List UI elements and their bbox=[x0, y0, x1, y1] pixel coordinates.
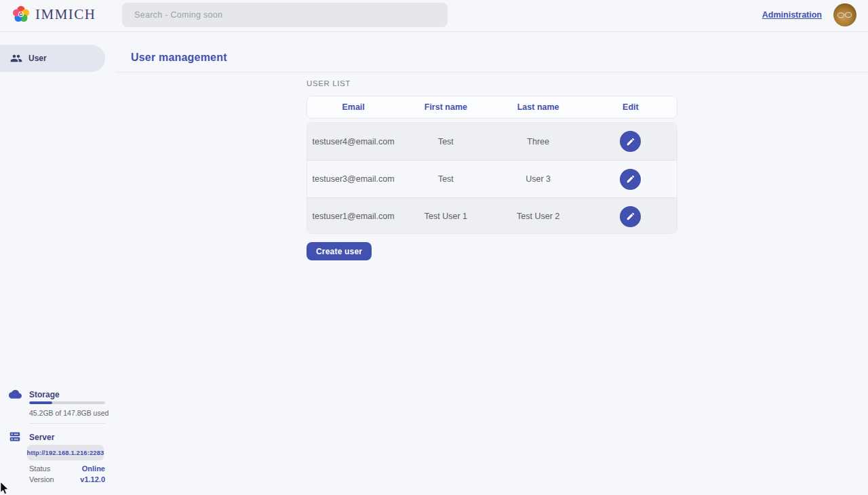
cell-last-name: User 3 bbox=[492, 174, 585, 184]
cell-first-name: Test User 1 bbox=[399, 212, 492, 221]
status-label: Status bbox=[29, 464, 50, 473]
column-header-first-name: First name bbox=[399, 102, 492, 112]
user-list-label: USER LIST bbox=[307, 79, 351, 87]
edit-user-button[interactable] bbox=[620, 131, 641, 152]
administration-link[interactable]: Administration bbox=[762, 10, 822, 20]
user-avatar[interactable] bbox=[833, 3, 856, 26]
storage-progress-bar bbox=[29, 401, 105, 404]
edit-user-button[interactable] bbox=[620, 169, 641, 190]
storage-section-title: Storage bbox=[29, 390, 60, 399]
version-label: Version bbox=[29, 475, 54, 483]
cell-first-name: Test bbox=[399, 174, 492, 184]
column-header-last-name: Last name bbox=[492, 102, 585, 112]
create-user-button[interactable]: Create user bbox=[307, 242, 372, 260]
storage-usage-text: 45.2GB of 147.8GB used bbox=[29, 409, 108, 417]
column-header-edit: Edit bbox=[585, 102, 677, 112]
cell-email: testuser4@email.com bbox=[307, 137, 399, 146]
cloud-icon bbox=[9, 389, 22, 399]
pencil-icon bbox=[626, 174, 635, 184]
user-table: testuser4@email.com Test Three testuser3… bbox=[307, 122, 677, 234]
server-version-row: Version v1.12.0 bbox=[29, 475, 105, 484]
table-row: testuser3@email.com Test User 3 bbox=[307, 160, 677, 197]
server-icon bbox=[9, 431, 21, 442]
table-row: testuser1@email.com Test User 1 Test Use… bbox=[307, 197, 677, 234]
edit-user-button[interactable] bbox=[620, 206, 641, 227]
pencil-icon bbox=[626, 137, 635, 146]
brand: IMMICH bbox=[11, 4, 96, 24]
users-icon bbox=[10, 52, 22, 64]
server-status-row: Status Online bbox=[29, 464, 105, 473]
app-header: IMMICH Administration bbox=[0, 0, 868, 32]
cell-email: testuser1@email.com bbox=[307, 212, 399, 221]
status-value: Online bbox=[82, 464, 105, 473]
server-section-title: Server bbox=[29, 433, 54, 442]
column-header-email: Email bbox=[307, 102, 399, 112]
mouse-cursor-icon bbox=[0, 482, 11, 495]
page-title: User management bbox=[131, 52, 227, 64]
storage-progress-fill bbox=[29, 401, 52, 404]
cell-email: testuser3@email.com bbox=[307, 174, 399, 184]
title-divider bbox=[116, 72, 868, 73]
cell-last-name: Three bbox=[492, 137, 585, 146]
table-row: testuser4@email.com Test Three bbox=[307, 123, 677, 160]
user-table-header: Email First name Last name Edit bbox=[307, 96, 677, 119]
cell-last-name: Test User 2 bbox=[492, 212, 585, 221]
glasses-icon bbox=[837, 12, 853, 19]
search-input[interactable] bbox=[122, 3, 448, 27]
sidebar-divider bbox=[29, 423, 105, 424]
pencil-icon bbox=[626, 212, 635, 221]
server-url-badge: http://192.168.1.216:2283 bbox=[27, 445, 104, 460]
cell-first-name: Test bbox=[399, 137, 492, 146]
immich-logo-icon bbox=[11, 4, 31, 24]
brand-name: IMMICH bbox=[35, 6, 96, 23]
sidebar-item-user[interactable]: User bbox=[0, 45, 105, 72]
sidebar-item-label: User bbox=[28, 54, 47, 63]
version-value: v1.12.0 bbox=[80, 475, 105, 483]
